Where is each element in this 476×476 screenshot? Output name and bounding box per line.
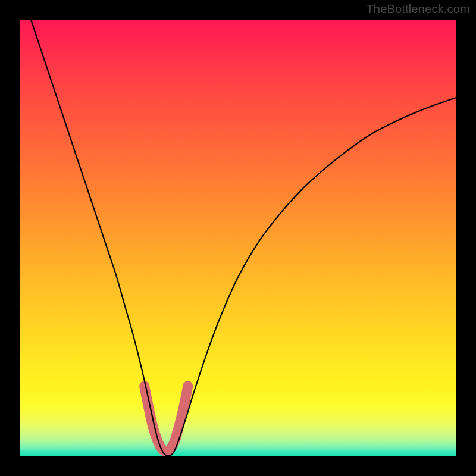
plot-area <box>20 20 456 456</box>
curve-layer <box>20 20 456 456</box>
bottleneck-curve <box>31 20 456 456</box>
watermark-text: TheBottleneck.com <box>366 2 470 16</box>
marker-overlay <box>145 386 188 452</box>
chart-stage: TheBottleneck.com <box>0 0 476 476</box>
